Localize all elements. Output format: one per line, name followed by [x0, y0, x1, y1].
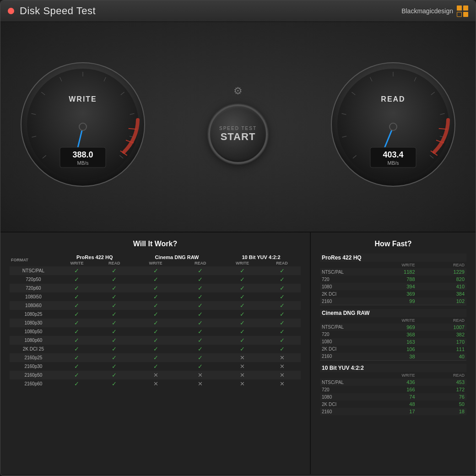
format-label: 1080p50: [10, 327, 57, 336]
format-label: 1080p60: [10, 336, 57, 345]
svg-text:WRITE: WRITE: [69, 95, 97, 103]
table-row: 2160 99 102: [320, 298, 466, 305]
check-cell: ✓: [57, 284, 97, 292]
table-row: 2160 38 40: [320, 353, 466, 361]
hf-read-val: 40: [417, 353, 466, 361]
table-row: 720 368 382: [320, 331, 466, 338]
gauge-section: 388.0 MB/s WRITE ⚙ SPEED TEST START: [0, 22, 476, 233]
hf-read-val: 76: [417, 393, 466, 400]
check-cell: ✓: [179, 336, 222, 345]
format-label: 2160p30: [10, 362, 57, 371]
format-label: 2160p50: [10, 371, 57, 379]
hf-write-val: 17: [361, 408, 417, 415]
check-cell: ✓: [97, 353, 132, 362]
close-button[interactable]: [8, 8, 14, 14]
check-cell: ✓: [57, 379, 97, 388]
check-cell: ✓: [57, 371, 97, 379]
check-cell: ✓: [263, 327, 301, 336]
settings-icon[interactable]: ⚙: [233, 85, 243, 97]
hf-group-name: ProRes 422 HQ: [320, 254, 466, 262]
hf-read-val: 111: [417, 346, 466, 353]
will-it-work-table: FORMAT ProRes 422 HQ Cinema DNG RAW 10 B…: [10, 254, 301, 388]
how-fast-table: ProRes 422 HQ WRITE READ NTSC/PAL 1182 1…: [320, 254, 466, 415]
check-cell: ✓: [57, 275, 97, 284]
hf-row-label: 720: [320, 386, 361, 393]
table-row: 2K DCI 106 111: [320, 346, 466, 353]
check-cell: ✕: [263, 353, 301, 362]
hf-write-val: 436: [361, 379, 417, 386]
svg-text:MB/s: MB/s: [77, 160, 89, 166]
hf-read-header: READ: [417, 262, 466, 268]
brand-sq3: [457, 12, 462, 17]
start-button[interactable]: SPEED TEST START: [208, 104, 268, 164]
hf-write-val: 74: [361, 393, 417, 400]
hf-read-val: 172: [417, 386, 466, 393]
hf-write-header: WRITE: [361, 317, 417, 324]
brand-logo: Blackmagicdesign: [401, 5, 468, 17]
check-cell: ✓: [57, 292, 97, 301]
read-gauge: 403.4 MB/s READ: [329, 60, 457, 189]
hf-group-name: Cinema DNG RAW: [320, 309, 466, 317]
table-row: 2160p50 ✓ ✓ ✕ ✕ ✕ ✕: [10, 371, 301, 379]
svg-point-17: [79, 123, 87, 130]
check-cell: ✓: [57, 301, 97, 310]
check-cell: ✓: [179, 319, 222, 327]
check-cell: ✕: [132, 371, 179, 379]
hf-row-label: 2160: [320, 408, 361, 415]
hf-row-label: 1080: [320, 338, 361, 346]
write-gauge-container: 388.0 MB/s WRITE: [19, 60, 147, 189]
hf-read-val: 820: [417, 276, 466, 283]
hf-read-header: READ: [417, 317, 466, 324]
hf-read-val: 382: [417, 331, 466, 338]
check-cell: ✓: [132, 327, 179, 336]
hf-read-val: 1229: [417, 268, 466, 276]
check-cell: ✓: [222, 319, 263, 327]
table-row: 720 166 172: [320, 386, 466, 393]
hf-write-val: 48: [361, 400, 417, 408]
hf-write-header: WRITE: [361, 372, 417, 379]
app-title: Disk Speed Test: [20, 5, 96, 17]
check-cell: ✕: [222, 353, 263, 362]
hf-write-val: 99: [361, 298, 417, 305]
format-label: 2160p60: [10, 379, 57, 388]
table-row: 2K DCI 48 50: [320, 400, 466, 408]
check-cell: ✓: [263, 284, 301, 292]
table-row: 1080p60 ✓ ✓ ✓ ✓ ✓ ✓: [10, 336, 301, 345]
table-row: 1080p25 ✓ ✓ ✓ ✓ ✓ ✓: [10, 310, 301, 319]
check-cell: ✓: [97, 371, 132, 379]
how-fast-title: How Fast?: [320, 240, 466, 248]
check-cell: ✓: [179, 310, 222, 319]
check-cell: ✓: [132, 362, 179, 371]
hf-write-val: 368: [361, 331, 417, 338]
hf-group-header: [320, 305, 466, 309]
hf-row-label: 2160: [320, 298, 361, 305]
check-cell: ✕: [179, 371, 222, 379]
format-label: 1080p30: [10, 319, 57, 327]
check-cell: ✓: [97, 362, 132, 371]
check-cell: ✕: [263, 379, 301, 388]
check-cell: ✓: [97, 275, 132, 284]
read-gauge-container: 403.4 MB/s READ: [329, 60, 457, 189]
check-cell: ✓: [97, 336, 132, 345]
check-cell: ✓: [97, 379, 132, 388]
check-cell: ✕: [132, 379, 179, 388]
check-cell: ✓: [132, 353, 179, 362]
check-cell: ✓: [97, 292, 132, 301]
format-label: 720p60: [10, 284, 57, 292]
write-gauge: 388.0 MB/s WRITE: [19, 60, 147, 189]
check-cell: ✓: [132, 336, 179, 345]
hf-write-val: 788: [361, 276, 417, 283]
hf-row-label: 2K DCI: [320, 346, 361, 353]
hf-row-label: 720: [320, 276, 361, 283]
check-cell: ✓: [179, 362, 222, 371]
check-cell: ✓: [179, 345, 222, 353]
table-row: 1080p30 ✓ ✓ ✓ ✓ ✓ ✓: [10, 319, 301, 327]
hf-row-label: 720: [320, 331, 361, 338]
table-row: 1080i50 ✓ ✓ ✓ ✓ ✓ ✓: [10, 292, 301, 301]
check-cell: ✓: [263, 266, 301, 275]
check-cell: ✓: [57, 319, 97, 327]
how-fast-panel: How Fast? ProRes 422 HQ WRITE READ NTSC/…: [311, 233, 476, 474]
hf-read-val: 384: [417, 290, 466, 298]
will-it-work-title: Will It Work?: [10, 240, 301, 248]
check-cell: ✓: [132, 319, 179, 327]
